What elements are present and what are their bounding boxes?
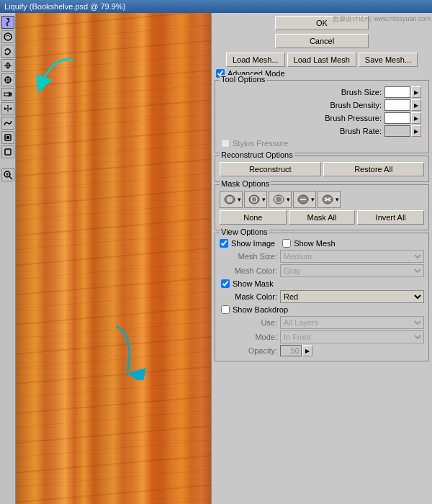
mesh-color-label: Mesh Color: [220, 266, 277, 275]
brush-size-row: Brush Size: 50 ▶ [220, 86, 424, 98]
brush-pressure-input[interactable]: 60 [384, 112, 410, 124]
show-image-item: Show Image [220, 239, 275, 248]
wood-canvas [16, 13, 211, 504]
tool-reconstruct[interactable] [1, 30, 14, 43]
right-panel: OK Cancel Load Mesh... Load Last Mesh Sa… [211, 13, 432, 504]
opacity-label: Opacity: [220, 346, 277, 355]
brush-density-input[interactable]: 100 [384, 99, 410, 111]
show-mesh-checkbox[interactable] [282, 239, 291, 248]
brush-rate-label: Brush Rate: [317, 127, 382, 135]
mode-row: Mode: In Front Behind Blend [220, 330, 424, 343]
mask-color-label: Mask Color: [220, 292, 277, 301]
tool-pucker[interactable] [1, 59, 14, 72]
tool-twirl[interactable] [1, 45, 14, 58]
reconstruct-button[interactable]: Reconstruct [220, 162, 321, 176]
show-mask-label: Show Mask [233, 279, 274, 288]
mesh-buttons-row: Load Mesh... Load Last Mesh Save Mesh... [215, 53, 429, 67]
tool-turbulence[interactable] [1, 117, 14, 130]
tool-bloat[interactable] [1, 73, 14, 86]
brush-density-label: Brush Density: [317, 101, 382, 109]
title-text: Liquify (Bookshelve.psd @ 79.9%) [4, 2, 125, 11]
tool-shift[interactable] [1, 88, 14, 101]
svg-marker-9 [9, 91, 12, 97]
load-mesh-button[interactable]: Load Mesh... [226, 53, 285, 67]
brush-density-row: Brush Density: 100 ▶ [220, 99, 424, 111]
use-row: Use: All Layers Selected Layer [220, 316, 424, 329]
title-bar: Liquify (Bookshelve.psd @ 79.9%) [0, 0, 432, 13]
mesh-size-select[interactable]: Medium Small Large [280, 250, 424, 263]
tool-freeze[interactable] [1, 131, 14, 144]
tool-reflection[interactable] [1, 102, 14, 115]
brush-size-input[interactable]: 50 [384, 86, 410, 98]
mask-none-button[interactable]: None [220, 210, 287, 225]
restore-all-button[interactable]: Restore All [323, 162, 425, 176]
brush-size-label: Brush Size: [317, 88, 382, 96]
mask-color-select[interactable]: Red Green Blue Yellow [280, 290, 424, 303]
mask-icons-row: ▾ ▾ ▾ [220, 191, 424, 208]
show-backdrop-checkbox[interactable] [221, 305, 230, 314]
mask-icon-3[interactable]: ▾ [269, 191, 292, 208]
mask-icon-2[interactable]: ▾ [244, 191, 267, 208]
svg-rect-12 [6, 136, 9, 139]
view-options-section: View Options Show Image Show Mesh Mesh S… [215, 233, 429, 361]
brush-rate-input[interactable]: 80 [384, 125, 410, 137]
mask-icon-4[interactable]: ▾ [293, 191, 316, 208]
svg-point-21 [251, 197, 257, 202]
brush-rate-row: Brush Rate: 80 ▶ [220, 125, 424, 137]
mesh-color-select[interactable]: Gray Black White [280, 264, 424, 277]
reconstruct-buttons: Reconstruct Restore All [220, 162, 424, 176]
tool-zoom[interactable] [1, 168, 14, 181]
brush-density-arrow[interactable]: ▶ [411, 99, 421, 111]
use-label: Use: [220, 318, 277, 327]
mode-select[interactable]: In Front Behind Blend [280, 330, 424, 343]
use-select[interactable]: All Layers Selected Layer [280, 316, 424, 329]
tool-options-content: Brush Size: 50 ▶ Brush Density: 100 ▶ Br… [220, 86, 424, 148]
brush-pressure-arrow[interactable]: ▶ [411, 112, 421, 124]
show-image-checkbox[interactable] [220, 239, 228, 248]
mask-all-button[interactable]: Mask All [289, 210, 356, 225]
show-image-label: Show Image [231, 239, 275, 248]
mesh-size-label: Mesh Size: [220, 252, 277, 261]
brush-pressure-row: Brush Pressure: 60 ▶ [220, 112, 424, 124]
mask-options-title: Mask Options [220, 179, 271, 188]
opacity-arrow[interactable]: ▶ [302, 345, 312, 356]
brush-rate-arrow[interactable]: ▶ [411, 125, 421, 137]
reconstruct-options-section: Reconstruct Options Reconstruct Restore … [215, 156, 429, 182]
mask-icon-1[interactable]: ▾ [220, 191, 243, 208]
brush-pressure-label: Brush Pressure: [317, 114, 382, 122]
opacity-input[interactable] [280, 345, 302, 356]
stylus-pressure-label: Stylus Pressure [233, 139, 288, 148]
view-options-title: View Options [220, 228, 269, 236]
opacity-row: Opacity: ▶ [220, 345, 424, 356]
mask-options-section: Mask Options ▾ ▾ [215, 184, 429, 230]
tool-warp[interactable] [1, 16, 14, 29]
show-mask-row: Show Mask [220, 279, 424, 288]
show-mesh-label: Show Mesh [294, 239, 335, 248]
svg-point-19 [227, 197, 233, 202]
show-mesh-item: Show Mesh [282, 239, 335, 248]
mask-action-buttons: None Mask All Invert All [220, 210, 424, 225]
stylus-pressure-row: Stylus Pressure [220, 139, 424, 148]
tool-options-section: Tool Options Brush Size: 50 ▶ Brush Dens… [215, 80, 429, 153]
mesh-color-row: Mesh Color: Gray Black White [220, 264, 424, 277]
show-backdrop-row: Show Backdrop [220, 305, 424, 314]
brush-size-arrow[interactable]: ▶ [411, 86, 421, 98]
svg-rect-13 [5, 149, 11, 155]
cancel-button[interactable]: Cancel [275, 34, 369, 48]
show-checkboxes-row: Show Image Show Mesh [220, 239, 424, 248]
svg-point-23 [276, 197, 282, 202]
reconstruct-options-title: Reconstruct Options [220, 150, 294, 159]
tool-thaw[interactable] [1, 145, 14, 158]
mask-color-row: Mask Color: Red Green Blue Yellow [220, 290, 424, 303]
stylus-pressure-checkbox[interactable] [221, 139, 230, 148]
mesh-size-row: Mesh Size: Medium Small Large [220, 250, 424, 263]
show-backdrop-label: Show Backdrop [233, 305, 288, 314]
show-mask-checkbox[interactable] [221, 279, 230, 288]
view-options-content: Show Image Show Mesh Mesh Size: Medium S… [220, 239, 424, 356]
save-mesh-button[interactable]: Save Mesh... [359, 53, 418, 67]
mask-icon-5[interactable]: ▾ [318, 191, 341, 208]
mask-invert-button[interactable]: Invert All [357, 210, 424, 225]
canvas-area[interactable] [16, 13, 211, 504]
load-last-mesh-button[interactable]: Load Last Mesh [287, 53, 356, 67]
mode-label: Mode: [220, 333, 277, 341]
